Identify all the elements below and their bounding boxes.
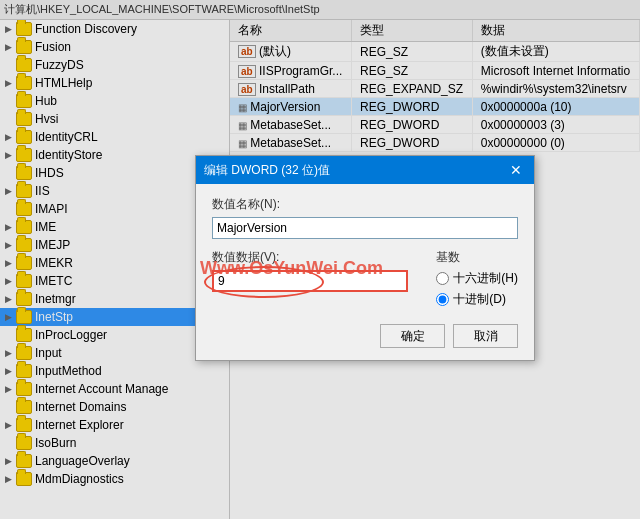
dec-label: 十进制(D) bbox=[453, 291, 506, 308]
dialog-title: 编辑 DWORD (32 位)值 bbox=[204, 162, 330, 179]
ok-button[interactable]: 确定 bbox=[380, 324, 445, 348]
dialog-close-button[interactable]: ✕ bbox=[506, 162, 526, 178]
dialog-footer: 确定 取消 bbox=[196, 318, 534, 360]
hex-radio[interactable] bbox=[436, 272, 449, 285]
data-value-input[interactable] bbox=[212, 270, 408, 292]
dialog-data-row: 数值数据(V): 基数 十六进制(H) 十进制(D) bbox=[212, 249, 518, 308]
base-section: 基数 十六进制(H) 十进制(D) bbox=[436, 249, 518, 308]
data-label: 数值数据(V): bbox=[212, 249, 408, 266]
hex-label: 十六进制(H) bbox=[453, 270, 518, 287]
base-label: 基数 bbox=[436, 249, 518, 266]
name-label: 数值名称(N): bbox=[212, 196, 518, 213]
radio-group: 十六进制(H) 十进制(D) bbox=[436, 270, 518, 308]
value-input-wrap bbox=[212, 270, 408, 292]
name-input[interactable] bbox=[212, 217, 518, 239]
dec-radio[interactable] bbox=[436, 293, 449, 306]
dialog-body: 数值名称(N): 数值数据(V): 基数 十六进制(H) bbox=[196, 184, 534, 318]
value-section: 数值数据(V): bbox=[212, 249, 408, 292]
dec-radio-label[interactable]: 十进制(D) bbox=[436, 291, 518, 308]
dialog-titlebar: 编辑 DWORD (32 位)值 ✕ bbox=[196, 156, 534, 184]
hex-radio-label[interactable]: 十六进制(H) bbox=[436, 270, 518, 287]
cancel-button[interactable]: 取消 bbox=[453, 324, 518, 348]
edit-dword-dialog: 编辑 DWORD (32 位)值 ✕ 数值名称(N): 数值数据(V): 基数 … bbox=[195, 155, 535, 361]
